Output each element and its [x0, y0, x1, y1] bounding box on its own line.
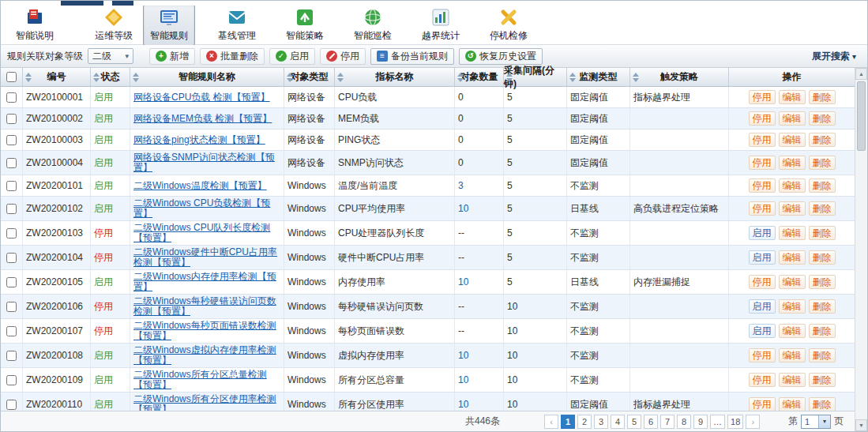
row-action-edit-button[interactable]: 编辑: [779, 90, 806, 104]
page-number-button[interactable]: …: [710, 415, 725, 429]
row-checkbox[interactable]: [6, 302, 17, 312]
column-header-trigger[interactable]: 触发策略: [630, 68, 729, 86]
column-header-indicator[interactable]: 指标名称: [335, 68, 455, 86]
page-number-button[interactable]: 6: [644, 415, 658, 429]
page-number-button[interactable]: 8: [677, 415, 691, 429]
restore-history-button[interactable]: ↺ 恢复历史设置: [459, 48, 543, 65]
row-action-delete-button[interactable]: 删除: [809, 133, 836, 147]
column-header-monitor-type[interactable]: 监测类型: [567, 68, 630, 86]
row-action-disable-button[interactable]: 停用: [749, 201, 776, 216]
page-number-button[interactable]: 4: [611, 415, 625, 429]
row-action-delete-button[interactable]: 删除: [809, 226, 836, 240]
row-action-enable-button[interactable]: 启用: [749, 299, 776, 314]
sort-icon[interactable]: [133, 73, 140, 82]
row-action-delete-button[interactable]: 删除: [809, 299, 836, 314]
row-checkbox[interactable]: [6, 277, 17, 287]
row-action-delete-button[interactable]: 删除: [809, 397, 836, 411]
rule-name-link[interactable]: 二级Windows内存使用率检测【预置】: [133, 272, 280, 292]
row-checkbox[interactable]: [6, 92, 17, 103]
add-rule-button[interactable]: + 新增: [149, 48, 195, 65]
expand-search-toggle[interactable]: 展开搜索 ▾: [812, 50, 856, 63]
row-action-disable-button[interactable]: 停用: [749, 90, 776, 104]
rule-name-link[interactable]: 二级Windows虚拟内存使用率检测【预置】: [133, 345, 280, 366]
nav-item-ops-level[interactable]: 运维等级: [88, 4, 140, 46]
row-checkbox[interactable]: [6, 326, 17, 336]
row-checkbox[interactable]: [6, 181, 17, 191]
row-action-delete-button[interactable]: 删除: [809, 324, 836, 338]
row-action-edit-button[interactable]: 编辑: [779, 373, 806, 387]
sort-icon[interactable]: [287, 73, 294, 82]
row-action-enable-button[interactable]: 启用: [749, 250, 776, 265]
page-number-button[interactable]: 9: [693, 415, 708, 429]
column-header-id[interactable]: 编号: [23, 68, 91, 86]
row-action-edit-button[interactable]: 编辑: [779, 178, 806, 193]
row-action-disable-button[interactable]: 停用: [749, 373, 776, 387]
nav-item-smart-rules[interactable]: 智能规则: [143, 4, 195, 46]
page-number-button[interactable]: 18: [727, 415, 743, 429]
rule-name-link[interactable]: 二级Windows温度检测【预置】: [133, 181, 267, 191]
row-action-delete-button[interactable]: 删除: [809, 373, 836, 387]
enable-rules-button[interactable]: ✓ 启用: [269, 48, 315, 65]
rule-name-link[interactable]: 网络设备ping状态检测【预置】: [133, 135, 265, 145]
row-action-enable-button[interactable]: 启用: [749, 324, 776, 338]
next-page-button[interactable]: ›: [746, 415, 760, 429]
page-select[interactable]: 1 ▾: [801, 415, 831, 429]
page-number-button[interactable]: 2: [577, 415, 592, 429]
page-number-button[interactable]: 1: [561, 415, 575, 429]
rule-name-link[interactable]: 二级Windows所有分区使用率检测【预置】: [133, 394, 280, 411]
vertical-scrollbar[interactable]: ▲ ▼: [855, 68, 867, 431]
row-action-enable-button[interactable]: 启用: [749, 226, 776, 240]
row-action-edit-button[interactable]: 编辑: [779, 201, 806, 216]
row-action-edit-button[interactable]: 编辑: [779, 111, 806, 126]
row-checkbox[interactable]: [6, 228, 17, 239]
row-action-disable-button[interactable]: 停用: [749, 275, 776, 289]
select-all-checkbox[interactable]: [6, 72, 17, 82]
column-header-interval[interactable]: 采集间隔(分钟): [504, 68, 567, 86]
sort-icon[interactable]: [93, 73, 100, 82]
sort-icon[interactable]: [457, 73, 464, 82]
rule-name-link[interactable]: 二级Windows每秒硬错误访问页数检测【预置】: [133, 296, 280, 317]
object-level-select[interactable]: 二级 ▾: [88, 48, 133, 64]
row-action-delete-button[interactable]: 删除: [809, 178, 836, 193]
sort-icon[interactable]: [633, 73, 640, 82]
row-action-disable-button[interactable]: 停用: [749, 156, 776, 170]
row-action-delete-button[interactable]: 删除: [809, 90, 836, 104]
row-checkbox[interactable]: [6, 135, 17, 145]
row-action-delete-button[interactable]: 删除: [809, 275, 836, 289]
page-number-button[interactable]: 3: [594, 415, 608, 429]
row-action-delete-button[interactable]: 删除: [809, 250, 836, 265]
row-action-edit-button[interactable]: 编辑: [779, 156, 806, 170]
row-action-delete-button[interactable]: 删除: [809, 201, 836, 216]
column-header-object-count[interactable]: 对象数量: [455, 68, 504, 86]
backup-rules-button[interactable]: ≡ 备份当前规则: [370, 48, 454, 65]
row-action-edit-button[interactable]: 编辑: [779, 226, 806, 240]
row-checkbox[interactable]: [6, 400, 17, 410]
sort-icon[interactable]: [25, 73, 32, 82]
rule-name-link[interactable]: 网络设备SNMP访问状态检测【预置】: [133, 152, 280, 173]
row-action-disable-button[interactable]: 停用: [749, 397, 776, 411]
sort-icon[interactable]: [569, 73, 577, 82]
column-header-object-type[interactable]: 对象类型: [284, 68, 335, 86]
rule-name-link[interactable]: 二级Windows每秒页面错误数检测【预置】: [133, 321, 280, 341]
row-action-delete-button[interactable]: 删除: [809, 111, 836, 126]
row-action-disable-button[interactable]: 停用: [749, 178, 776, 193]
row-action-disable-button[interactable]: 停用: [749, 111, 776, 126]
rule-name-link[interactable]: 网络设备CPU负载 检测【预置】: [133, 92, 270, 103]
column-header-status[interactable]: 状态: [91, 68, 130, 86]
rule-name-link[interactable]: 二级Windows所有分区总量检测【预置】: [133, 370, 280, 390]
nav-item-baseline-management[interactable]: 基线管理: [211, 4, 263, 46]
rule-name-link[interactable]: 网络设备MEM负载 检测【预置】: [133, 114, 272, 124]
prev-page-button[interactable]: ‹: [544, 415, 558, 429]
row-checkbox[interactable]: [6, 253, 17, 263]
row-action-edit-button[interactable]: 编辑: [779, 250, 806, 265]
nav-item-boundary-statistics[interactable]: 越界统计: [415, 4, 467, 46]
row-action-edit-button[interactable]: 编辑: [779, 275, 806, 289]
row-action-disable-button[interactable]: 停用: [749, 133, 776, 147]
sort-icon[interactable]: [506, 73, 513, 82]
column-header-rule-name[interactable]: 智能规则名称: [130, 68, 284, 86]
row-checkbox[interactable]: [6, 114, 17, 124]
row-action-edit-button[interactable]: 编辑: [779, 133, 806, 147]
page-number-button[interactable]: 5: [627, 415, 641, 429]
row-action-edit-button[interactable]: 编辑: [779, 299, 806, 314]
disable-rules-button[interactable]: 停用: [320, 48, 366, 65]
